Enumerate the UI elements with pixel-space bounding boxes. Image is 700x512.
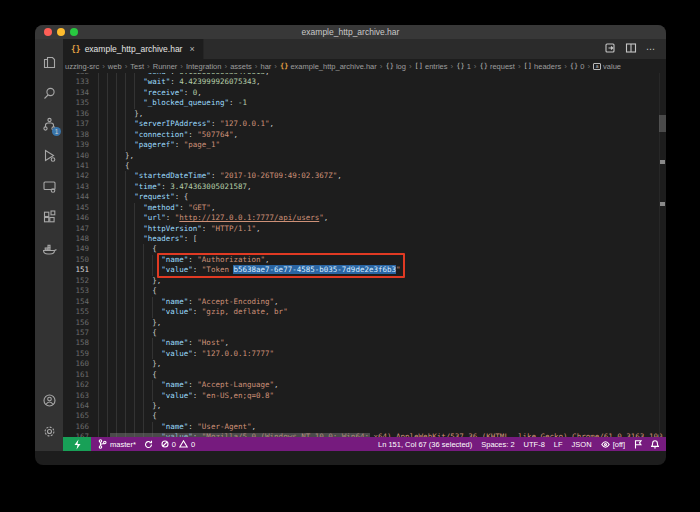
breadcrumb-item[interactable]: avalue [593, 62, 621, 71]
notifications-bell-icon[interactable] [651, 440, 659, 449]
line-number: 148 [63, 234, 89, 244]
editor[interactable]: 132 "send": 0.10200000935470013,133 "wai… [63, 73, 666, 437]
code-line[interactable]: 141 { [63, 161, 666, 171]
search-icon[interactable] [35, 78, 63, 109]
docker-icon[interactable] [35, 233, 63, 264]
breadcrumb-item[interactable]: []headers [524, 62, 562, 71]
code-line[interactable]: 161 { [63, 370, 666, 380]
language-mode-item[interactable]: JSON [572, 440, 592, 449]
breadcrumb-item[interactable]: har [261, 62, 272, 71]
line-number: 162 [63, 380, 89, 390]
sync-icon[interactable] [144, 440, 153, 449]
code-line[interactable]: 138 "connection": "507764", [63, 130, 666, 140]
tab-close-icon[interactable]: × [189, 44, 194, 54]
problems-item[interactable]: 0 0 [161, 440, 195, 449]
breadcrumb-item[interactable]: {}0 [570, 62, 585, 71]
code-line[interactable]: 142 "startedDateTime": "2017-10-26T09:49… [63, 171, 666, 181]
run-and-debug-icon[interactable] [35, 140, 63, 171]
feedback-flag-icon[interactable] [634, 440, 642, 449]
code-line[interactable]: 133 "wait": 4.423999926075343, [63, 77, 666, 87]
code-line[interactable]: 158 "name": "Host", [63, 338, 666, 348]
code-line[interactable]: 149 { [63, 244, 666, 254]
code-line[interactable]: 146 "url": "http://127.0.0.1:7777/api/us… [63, 213, 666, 223]
code-line[interactable]: 151 "value": "Token b5638ae7-6e77-4585-b… [63, 265, 666, 275]
breadcrumb-item[interactable]: {}log [385, 62, 405, 71]
breadcrumb-item[interactable]: Integration [186, 62, 221, 71]
breadcrumb-label: value [603, 62, 621, 71]
breadcrumb-item[interactable]: Test [130, 62, 144, 71]
indentation-item[interactable]: Spaces: 2 [481, 440, 514, 449]
remote-lightning-icon [73, 439, 82, 450]
code-line[interactable]: 165 { [63, 411, 666, 421]
git-branch-item[interactable]: master* [98, 439, 136, 449]
screencast-item[interactable]: [off] [601, 440, 625, 449]
zoom-window-button[interactable] [70, 28, 78, 36]
code-line[interactable]: 162 "name": "Accept-Language", [63, 380, 666, 390]
breadcrumb-separator: › [255, 62, 258, 71]
code-line[interactable]: 145 "method": "GET", [63, 203, 666, 213]
code-line[interactable]: 160 }, [63, 359, 666, 369]
code-line[interactable]: 156 }, [63, 318, 666, 328]
split-editor-icon[interactable] [625, 40, 637, 58]
code-line[interactable]: 163 "value": "en-US,en;q=0.8" [63, 391, 666, 401]
line-number: 166 [63, 422, 89, 432]
minimize-window-button[interactable] [57, 28, 65, 36]
remote-indicator[interactable] [63, 437, 91, 451]
code-line[interactable]: 152 }, [63, 276, 666, 286]
code-line[interactable]: 155 "value": "gzip, deflate, br" [63, 307, 666, 317]
accounts-icon[interactable] [35, 385, 63, 416]
code-line[interactable]: 136 }, [63, 109, 666, 119]
code-line[interactable]: 148 "headers": [ [63, 234, 666, 244]
eol-item[interactable]: LF [554, 440, 563, 449]
remote-explorer-icon[interactable] [35, 171, 63, 202]
code-line[interactable]: 150 "name": "Authorization", [63, 255, 666, 265]
code-line[interactable]: 147 "httpVersion": "HTTP/1.1", [63, 224, 666, 234]
breadcrumb-item[interactable]: {}request [479, 62, 514, 71]
source-control-icon[interactable]: 1 [35, 109, 63, 140]
breadcrumb-item[interactable]: Runner [153, 62, 178, 71]
code-line[interactable]: 159 "value": "127.0.0.1:7777" [63, 349, 666, 359]
code-line[interactable]: 140 }, [63, 151, 666, 161]
code-line[interactable]: 137 "serverIPAddress": "127.0.0.1", [63, 119, 666, 129]
code-line[interactable]: 135 "_blocked_queueing": -1 [63, 98, 666, 108]
breadcrumb-label: example_http_archive.har [290, 62, 376, 71]
encoding-item[interactable]: UTF-8 [524, 440, 545, 449]
breadcrumb-item[interactable]: {}1 [456, 62, 471, 71]
breadcrumb-item[interactable]: []entries [415, 62, 448, 71]
vertical-scrollbar[interactable] [659, 73, 666, 437]
extensions-icon[interactable] [35, 202, 63, 233]
breadcrumb-item[interactable]: web [108, 62, 122, 71]
settings-gear-icon[interactable] [35, 416, 63, 447]
breadcrumb-item[interactable]: uzzing-src [65, 62, 99, 71]
url-link[interactable]: http://127.0.0.1:7777/api/users [179, 213, 319, 222]
breadcrumb-item[interactable]: {}example_http_archive.har [280, 62, 377, 71]
more-actions-icon[interactable]: ⋯ [646, 44, 656, 54]
code-line[interactable]: 164 }, [63, 401, 666, 411]
tab-example-http-archive[interactable]: {} example_http_archive.har × [63, 39, 204, 59]
line-number: 138 [63, 130, 89, 140]
explorer-icon[interactable] [35, 47, 63, 78]
code-line[interactable]: 139 "pageref": "page_1" [63, 140, 666, 150]
branch-icon [98, 439, 107, 449]
vertical-scrollbar-thumb[interactable] [659, 115, 666, 132]
breadcrumb[interactable]: uzzing-src›web›Test›Runner›Integration›a… [63, 59, 666, 73]
code-line[interactable]: 154 "name": "Accept-Encoding", [63, 297, 666, 307]
open-changes-icon[interactable] [604, 40, 616, 58]
activity-bar: 1 [35, 39, 63, 451]
code-line[interactable]: 153 { [63, 286, 666, 296]
code-line[interactable]: 134 "receive": 0, [63, 88, 666, 98]
code-line[interactable]: 143 "time": 3.474363005021587, [63, 182, 666, 192]
array-symbol-icon: [] [524, 62, 532, 70]
breadcrumb-label: Test [130, 62, 144, 71]
tab-bar: {} example_http_archive.har × ⋯ [63, 39, 666, 59]
code-line[interactable]: 144 "request": { [63, 192, 666, 202]
breadcrumb-label: web [108, 62, 122, 71]
close-window-button[interactable] [44, 28, 52, 36]
breadcrumb-item[interactable]: assets [230, 62, 252, 71]
code-line[interactable]: 157 { [63, 328, 666, 338]
breadcrumb-label: uzzing-src [65, 62, 99, 71]
horizontal-scrollbar-thumb[interactable] [110, 433, 370, 437]
cursor-position-item[interactable]: Ln 151, Col 67 (36 selected) [378, 440, 472, 449]
line-number: 165 [63, 411, 89, 421]
code-line[interactable]: 166 "name": "User-Agent", [63, 422, 666, 432]
